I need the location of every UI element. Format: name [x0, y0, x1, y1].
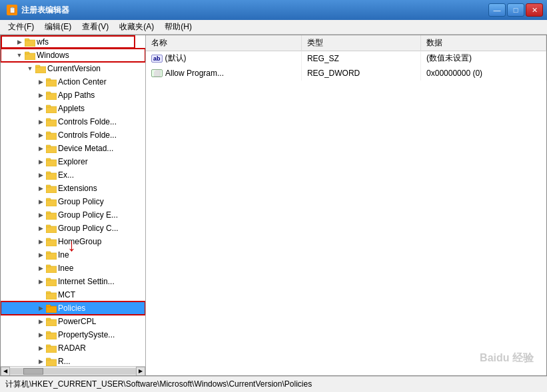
expand-icon-grouppolicy2[interactable]: ▶ — [35, 210, 46, 220]
tree-item-grouppolicy2[interactable]: ▶ Group Policy E... — [1, 208, 145, 222]
svg-rect-33 — [46, 252, 51, 254]
tree-item-devicemeta[interactable]: ▶ Device Metad... — [1, 142, 145, 155]
title-controls: — □ ✕ — [488, 3, 543, 17]
expand-icon-controlsfolder1[interactable]: ▶ — [35, 116, 46, 127]
folder-icon-grouppolicy3 — [46, 224, 57, 233]
tree-item-mct[interactable]: ▶ MCT — [1, 288, 145, 301]
menu-file[interactable]: 文件(F) — [3, 20, 39, 34]
reg-value-name-default: (默认) — [165, 53, 187, 64]
svg-rect-7 — [46, 79, 51, 81]
cell-name-allow: ⬜ Allow Program... — [146, 66, 301, 81]
expand-icon-controlsfolder2[interactable]: ▶ — [35, 130, 46, 140]
tree-item-applets[interactable]: ▶ Applets — [1, 102, 145, 115]
expand-icon-ex[interactable]: ▶ — [35, 170, 46, 180]
tree-hscrollbar[interactable]: ◀ ▶ — [1, 366, 145, 375]
expand-icon-grouppolicy3[interactable]: ▶ — [35, 223, 46, 234]
cell-type-allow: REG_DWORD — [301, 66, 420, 81]
minimize-button[interactable]: — — [488, 3, 506, 17]
tree-item-explorer[interactable]: ▶ Explorer — [1, 155, 145, 168]
menu-bar: 文件(F) 编辑(E) 查看(V) 收藏夹(A) 帮助(H) — [0, 20, 547, 35]
values-table: 名称 类型 数据 ab (默认) — [146, 35, 546, 81]
folder-icon-controlsfolder2 — [46, 131, 57, 140]
tree-item-grouppolicy[interactable]: ▶ Group Policy — [1, 195, 145, 208]
svg-rect-43 — [46, 318, 51, 320]
svg-rect-48 — [46, 359, 57, 366]
expand-icon-wfs[interactable]: ▶ — [14, 37, 25, 47]
tree-panel: ▶ wfs ▼ Windows ▼ — [1, 35, 146, 375]
expand-icon-r[interactable]: ▶ — [35, 356, 46, 366]
svg-rect-34 — [46, 266, 57, 273]
tree-label-homegroup: HomeGroup — [58, 237, 101, 246]
expand-icon-radar[interactable]: ▶ — [35, 343, 46, 353]
svg-rect-38 — [46, 293, 57, 299]
tree-item-controlsfolder1[interactable]: ▶ Controls Folde... — [1, 115, 145, 128]
tree-item-propertysystem[interactable]: ▶ PropertySyste... — [1, 328, 145, 341]
tree-item-homegroup[interactable]: ▶ HomeGroup — [1, 235, 145, 248]
tree-item-inee[interactable]: ▶ Inee — [1, 262, 145, 275]
tree-item-radar[interactable]: ▶ RADAR — [1, 341, 145, 355]
app-icon: 📋 — [7, 5, 17, 15]
svg-rect-6 — [46, 80, 57, 87]
folder-icon-controlsfolder1 — [46, 118, 57, 126]
main-content: ▶ wfs ▼ Windows ▼ — [0, 35, 547, 376]
table-row[interactable]: ab (默认) REG_SZ (数值未设置) — [146, 51, 546, 66]
expand-icon-homegroup[interactable]: ▶ — [35, 236, 46, 247]
tree-item-policies[interactable]: ▶ Policies — [1, 301, 145, 315]
tree-item-currentversion[interactable]: ▼ CurrentVersion — [1, 62, 145, 75]
expand-icon-applets[interactable]: ▶ — [35, 103, 46, 114]
tree-item-actioncenter[interactable]: ▶ Action Center — [1, 75, 145, 89]
expand-icon-currentversion[interactable]: ▼ — [25, 63, 35, 74]
expand-icon-ine[interactable]: ▶ — [35, 250, 46, 260]
tree-item-apppaths[interactable]: ▶ App Paths — [1, 89, 145, 102]
expand-icon-inee[interactable]: ▶ — [35, 263, 46, 274]
svg-rect-10 — [46, 106, 57, 113]
right-panel: 名称 类型 数据 ab (默认) — [146, 35, 546, 375]
svg-rect-40 — [46, 306, 57, 313]
expand-icon-policies[interactable]: ▶ — [35, 303, 46, 313]
svg-rect-20 — [46, 173, 57, 180]
expand-icon-windows[interactable]: ▼ — [14, 50, 25, 61]
folder-icon-r — [46, 357, 57, 366]
svg-rect-39 — [46, 292, 51, 294]
expand-icon-internetsetting[interactable]: ▶ — [35, 276, 46, 287]
menu-help[interactable]: 帮助(H) — [159, 20, 197, 34]
expand-icon-apppaths[interactable]: ▶ — [35, 90, 46, 100]
svg-rect-42 — [46, 319, 57, 326]
folder-icon-mct — [46, 291, 57, 299]
folder-icon-ine — [46, 251, 57, 260]
hscroll-left-button[interactable]: ◀ — [1, 367, 10, 376]
tree-item-grouppolicy3[interactable]: ▶ Group Policy C... — [1, 222, 145, 235]
maximize-button[interactable]: □ — [507, 3, 524, 17]
tree-item-windows[interactable]: ▼ Windows — [1, 49, 145, 62]
expand-icon-grouppolicy[interactable]: ▶ — [35, 196, 46, 207]
tree-item-wfs[interactable]: ▶ wfs — [1, 35, 145, 49]
folder-icon-powercpl — [46, 317, 57, 326]
expand-icon-powercpl[interactable]: ▶ — [35, 316, 46, 327]
menu-favorites[interactable]: 收藏夹(A) — [114, 20, 159, 34]
tree-item-extensions[interactable]: ▶ Extensions — [1, 182, 145, 195]
hscroll-thumb[interactable] — [23, 368, 43, 375]
expand-icon-extensions[interactable]: ▶ — [35, 183, 46, 194]
col-header-name: 名称 — [146, 35, 301, 51]
menu-view[interactable]: 查看(V) — [77, 20, 114, 34]
expand-icon-actioncenter[interactable]: ▶ — [35, 77, 46, 87]
tree-label-powercpl: PowerCPL — [58, 317, 96, 326]
close-button[interactable]: ✕ — [526, 3, 543, 17]
tree-item-ine[interactable]: ▶ Ine — [1, 248, 145, 262]
svg-rect-4 — [35, 67, 46, 73]
tree-item-controlsfolder2[interactable]: ▶ Controls Folde... — [1, 128, 145, 142]
tree-item-powercpl[interactable]: ▶ PowerCPL — [1, 315, 145, 328]
tree-item-internetsetting[interactable]: ▶ Internet Settin... — [1, 275, 145, 288]
hscroll-right-button[interactable]: ▶ — [136, 367, 145, 376]
svg-rect-30 — [46, 240, 57, 246]
menu-edit[interactable]: 编辑(E) — [39, 20, 77, 34]
tree-label-wfs: wfs — [37, 37, 49, 47]
table-row[interactable]: ⬜ Allow Program... REG_DWORD 0x00000000 … — [146, 66, 546, 81]
tree-item-r[interactable]: ▶ R... — [1, 355, 145, 366]
svg-rect-5 — [35, 65, 40, 67]
expand-icon-explorer[interactable]: ▶ — [35, 156, 46, 167]
folder-icon-grouppolicy — [46, 198, 57, 206]
expand-icon-propertysystem[interactable]: ▶ — [35, 329, 46, 340]
tree-item-ex[interactable]: ▶ Ex... — [1, 168, 145, 182]
expand-icon-devicemeta[interactable]: ▶ — [35, 143, 46, 154]
